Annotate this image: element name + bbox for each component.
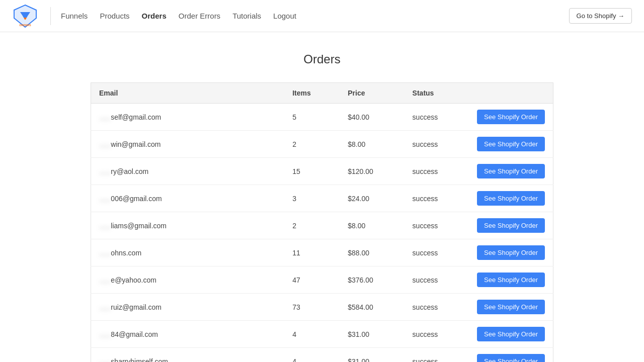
cell-action: See Shopify Order xyxy=(469,131,553,158)
cell-action: See Shopify Order xyxy=(469,212,553,239)
table-row: ......ry@aol.com15$120.00successSee Shop… xyxy=(91,158,553,185)
see-shopify-order-button[interactable]: See Shopify Order xyxy=(477,273,545,287)
table-row: ......win@gmail.com2$8.00successSee Shop… xyxy=(91,131,553,158)
table-body: ......self@gmail.com5$40.00successSee Sh… xyxy=(91,104,553,363)
cell-action: See Shopify Order xyxy=(469,348,553,363)
table-row: ......006@gmail.com3$24.00successSee Sho… xyxy=(91,185,553,212)
email-suffix: 84@gmail.com xyxy=(111,330,158,338)
table-row: ......ohns.com11$88.00successSee Shopify… xyxy=(91,239,553,266)
email-suffix: liams@gmail.com xyxy=(111,222,167,230)
email-blurred-prefix: ...... xyxy=(99,195,111,203)
cell-action: See Shopify Order xyxy=(469,266,553,294)
nav-logout[interactable]: Logout xyxy=(273,12,296,20)
cell-status: success xyxy=(405,321,469,348)
nav-products[interactable]: Products xyxy=(100,12,129,20)
cell-status: success xyxy=(405,185,469,212)
see-shopify-order-button[interactable]: See Shopify Order xyxy=(477,327,545,341)
cell-status: success xyxy=(405,131,469,158)
orders-table: Email Items Price Status ......self@gmai… xyxy=(91,82,553,362)
col-header-price: Price xyxy=(340,83,404,104)
cell-action: See Shopify Order xyxy=(469,158,553,185)
cell-status: success xyxy=(405,212,469,239)
email-suffix: 006@gmail.com xyxy=(111,195,162,203)
cell-status: success xyxy=(405,294,469,321)
email-blurred-prefix: ...... xyxy=(99,140,111,148)
cell-price: $31.00 xyxy=(340,321,404,348)
cell-email: ......e@yahoo.com xyxy=(91,266,285,294)
cell-items: 11 xyxy=(284,239,340,266)
email-blurred-prefix: ...... xyxy=(99,330,111,338)
cell-items: 2 xyxy=(284,212,340,239)
col-header-email: Email xyxy=(91,83,285,104)
table-row: ......84@gmail.com4$31.00successSee Shop… xyxy=(91,321,553,348)
cell-items: 3 xyxy=(284,185,340,212)
email-suffix: self@gmail.com xyxy=(111,113,161,121)
cell-price: $88.00 xyxy=(340,239,404,266)
cell-items: 47 xyxy=(284,266,340,294)
cell-email: ......ry@aol.com xyxy=(91,158,285,185)
table-row: ......ruiz@gmail.com73$584.00successSee … xyxy=(91,294,553,321)
svg-text:ORDERS: ORDERS xyxy=(19,24,31,27)
table-row: ......sharryhimself.com4$31.00successSee… xyxy=(91,348,553,363)
table-header: Email Items Price Status xyxy=(91,83,553,104)
cell-price: $24.00 xyxy=(340,185,404,212)
see-shopify-order-button[interactable]: See Shopify Order xyxy=(477,218,545,233)
email-suffix: ry@aol.com xyxy=(111,167,148,175)
cell-email: ......ruiz@gmail.com xyxy=(91,294,285,321)
main-content: Orders Email Items Price Status ......se… xyxy=(80,32,564,362)
email-blurred-prefix: ...... xyxy=(99,303,111,311)
see-shopify-order-button[interactable]: See Shopify Order xyxy=(477,300,545,314)
see-shopify-order-button[interactable]: See Shopify Order xyxy=(477,137,545,151)
see-shopify-order-button[interactable]: See Shopify Order xyxy=(477,164,545,178)
cell-items: 2 xyxy=(284,131,340,158)
cell-price: $584.00 xyxy=(340,294,404,321)
cell-items: 5 xyxy=(284,104,340,131)
cell-email: ......ohns.com xyxy=(91,239,285,266)
email-suffix: ruiz@gmail.com xyxy=(111,303,162,311)
see-shopify-order-button[interactable]: See Shopify Order xyxy=(477,354,545,362)
cell-price: $31.00 xyxy=(340,348,404,363)
cell-price: $8.00 xyxy=(340,131,404,158)
navbar: ORDERS Funnels Products Orders Order Err… xyxy=(0,0,644,32)
email-blurred-prefix: ...... xyxy=(99,113,111,121)
email-suffix: e@yahoo.com xyxy=(111,276,156,284)
email-blurred-prefix: ...... xyxy=(99,249,111,257)
brand-logo: ORDERS xyxy=(12,3,38,29)
col-header-status: Status xyxy=(405,83,469,104)
email-suffix: sharryhimself.com xyxy=(111,357,168,363)
cell-price: $120.00 xyxy=(340,158,404,185)
cell-action: See Shopify Order xyxy=(469,294,553,321)
nav-right: Go to Shopify → xyxy=(569,8,632,24)
cell-email: ......sharryhimself.com xyxy=(91,348,285,363)
see-shopify-order-button[interactable]: See Shopify Order xyxy=(477,191,545,206)
cell-action: See Shopify Order xyxy=(469,239,553,266)
cell-price: $8.00 xyxy=(340,212,404,239)
cell-status: success xyxy=(405,266,469,294)
email-blurred-prefix: ...... xyxy=(99,167,111,175)
cell-email: ......84@gmail.com xyxy=(91,321,285,348)
cell-status: success xyxy=(405,104,469,131)
email-suffix: win@gmail.com xyxy=(111,140,160,148)
nav-tutorials[interactable]: Tutorials xyxy=(232,12,261,20)
cell-status: success xyxy=(405,158,469,185)
nav-funnels[interactable]: Funnels xyxy=(61,12,88,20)
funnel-orders-logo: ORDERS xyxy=(12,3,38,29)
see-shopify-order-button[interactable]: See Shopify Order xyxy=(477,110,545,124)
see-shopify-order-button[interactable]: See Shopify Order xyxy=(477,245,545,260)
cell-action: See Shopify Order xyxy=(469,104,553,131)
cell-email: ......liams@gmail.com xyxy=(91,212,285,239)
cell-items: 15 xyxy=(284,158,340,185)
table-row: ......self@gmail.com5$40.00successSee Sh… xyxy=(91,104,553,131)
cell-status: success xyxy=(405,239,469,266)
cell-email: ......self@gmail.com xyxy=(91,104,285,131)
page-title: Orders xyxy=(91,52,553,66)
col-header-items: Items xyxy=(284,83,340,104)
table-row: ......liams@gmail.com2$8.00successSee Sh… xyxy=(91,212,553,239)
nav-order-errors[interactable]: Order Errors xyxy=(179,12,220,20)
cell-action: See Shopify Order xyxy=(469,321,553,348)
go-to-shopify-button[interactable]: Go to Shopify → xyxy=(569,8,632,24)
cell-items: 4 xyxy=(284,321,340,348)
email-blurred-prefix: ...... xyxy=(99,276,111,284)
cell-price: $376.00 xyxy=(340,266,404,294)
nav-orders[interactable]: Orders xyxy=(142,12,167,20)
